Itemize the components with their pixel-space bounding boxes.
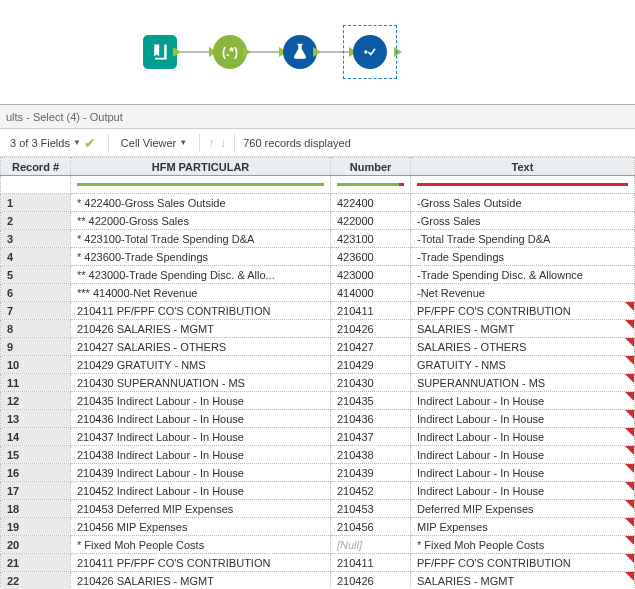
table-row[interactable]: 7210411 PF/FPF CO'S CONTRIBUTION210411 P… — [1, 302, 635, 320]
fields-label: 3 of 3 Fields — [10, 137, 70, 149]
cell-text: Deferred MIP Expenses — [411, 500, 635, 518]
table-row[interactable]: 11210430 SUPERANNUATION - MS210430 SUPER… — [1, 374, 635, 392]
cell-record: 14 — [1, 428, 71, 446]
table-row[interactable]: 10210429 GRATUITY - NMS210429 GRATUITY -… — [1, 356, 635, 374]
cell-text: Indirect Labour - In House — [411, 428, 635, 446]
cell-text: -Gross Sales — [411, 212, 635, 230]
cell-hfm: * 423600-Trade Spendings — [71, 248, 331, 266]
cell-record: 12 — [1, 392, 71, 410]
cell-number: 422400 — [331, 194, 411, 212]
sort-down-button[interactable]: ↓ — [220, 136, 226, 150]
divider — [199, 134, 200, 152]
table-row[interactable]: 2** 422000-Gross Sales422000-Gross Sales — [1, 212, 635, 230]
cell-hfm: * Fixed Moh People Costs — [71, 536, 331, 554]
cell-text: * Fixed Moh People Costs — [411, 536, 635, 554]
cell-number: 210427 — [331, 338, 411, 356]
cell-hfm: * 422400-Gross Sales Outside — [71, 194, 331, 212]
selection-indicator — [343, 25, 397, 79]
cell-number: 210411 — [331, 302, 411, 320]
table-row[interactable]: 18210453 Deferred MIP Expenses210453 Def… — [1, 500, 635, 518]
cell-hfm: 210427 SALARIES - OTHERS — [71, 338, 331, 356]
cell-number: 210426 — [331, 572, 411, 590]
cell-record: 17 — [1, 482, 71, 500]
cell-text: -Gross Sales Outside — [411, 194, 635, 212]
table-row[interactable]: 13210436 Indirect Labour - In House21043… — [1, 410, 635, 428]
table-row[interactable]: 19210456 MIP Expenses210456 MIP Expenses — [1, 518, 635, 536]
cell-text: PF/FPF CO'S CONTRIBUTION — [411, 554, 635, 572]
cell-text: SALARIES - OTHERS — [411, 338, 635, 356]
cell-number: 210429 — [331, 356, 411, 374]
cell-number: 423000 — [331, 266, 411, 284]
cell-text: SUPERANNUATION - MS — [411, 374, 635, 392]
cell-text: Indirect Labour - In House — [411, 482, 635, 500]
cell-hfm: 210438 Indirect Labour - In House — [71, 446, 331, 464]
cell-hfm: * 423100-Total Trade Spending D&A — [71, 230, 331, 248]
cell-number: 423100 — [331, 230, 411, 248]
cell-record: 6 — [1, 284, 71, 302]
col-header-number[interactable]: Number — [331, 158, 411, 176]
table-row[interactable]: 16210439 Indirect Labour - In House21043… — [1, 464, 635, 482]
table-row[interactable]: 3* 423100-Total Trade Spending D&A423100… — [1, 230, 635, 248]
cell-hfm: 210411 PF/FPF CO'S CONTRIBUTION — [71, 302, 331, 320]
cell-hfm: 210453 Deferred MIP Expenses — [71, 500, 331, 518]
cell-record: 7 — [1, 302, 71, 320]
cell-record: 15 — [1, 446, 71, 464]
cell-hfm: 210429 GRATUITY - NMS — [71, 356, 331, 374]
cell-text: GRATUITY - NMS — [411, 356, 635, 374]
col-header-hfm[interactable]: HFM PARTICULAR — [71, 158, 331, 176]
cell-record: 2 — [1, 212, 71, 230]
cell-hfm: 210430 SUPERANNUATION - MS — [71, 374, 331, 392]
chevron-down-icon: ▼ — [73, 138, 81, 147]
workflow-canvas[interactable]: (.*) — [0, 0, 635, 105]
col-header-text[interactable]: Text — [411, 158, 635, 176]
cell-text: -Trade Spending Disc. & Allownce — [411, 266, 635, 284]
cell-text: Indirect Labour - In House — [411, 446, 635, 464]
divider — [108, 134, 109, 152]
table-row[interactable]: 14210437 Indirect Labour - In House21043… — [1, 428, 635, 446]
cell-text: SALARIES - MGMT — [411, 320, 635, 338]
cell-hfm: 210435 Indirect Labour - In House — [71, 392, 331, 410]
table-row[interactable]: 15210438 Indirect Labour - In House21043… — [1, 446, 635, 464]
select-tool[interactable] — [350, 32, 390, 72]
table-row[interactable]: 1* 422400-Gross Sales Outside422400-Gros… — [1, 194, 635, 212]
table-row[interactable]: 8210426 SALARIES - MGMT210426 SALARIES -… — [1, 320, 635, 338]
table-row[interactable]: 20* Fixed Moh People Costs[Null]* Fixed … — [1, 536, 635, 554]
cell-text: -Net Revenue — [411, 284, 635, 302]
cell-record: 21 — [1, 554, 71, 572]
cell-record: 1 — [1, 194, 71, 212]
regex-icon: (.*) — [222, 45, 238, 59]
results-grid[interactable]: Record # HFM PARTICULAR Number Text 1* 4… — [0, 157, 635, 589]
table-row[interactable]: 12210435 Indirect Labour - In House21043… — [1, 392, 635, 410]
cell-hfm: ** 423000-Trade Spending Disc. & Allo... — [71, 266, 331, 284]
cell-hfm: *** 414000-Net Revenue — [71, 284, 331, 302]
cell-record: 10 — [1, 356, 71, 374]
cell-number: 210411 — [331, 554, 411, 572]
cell-text: PF/FPF CO'S CONTRIBUTION — [411, 302, 635, 320]
cell-text: -Total Trade Spending D&A — [411, 230, 635, 248]
cell-record: 3 — [1, 230, 71, 248]
cell-hfm: 210436 Indirect Labour - In House — [71, 410, 331, 428]
table-row[interactable]: 22210426 SALARIES - MGMT210426 SALARIES … — [1, 572, 635, 590]
cell-viewer-dropdown[interactable]: Cell Viewer ▼ — [117, 135, 191, 151]
cell-record: 19 — [1, 518, 71, 536]
sort-up-button[interactable]: ↑ — [208, 136, 214, 150]
results-toolbar: 3 of 3 Fields ▼ ✔ Cell Viewer ▼ ↑ ↓ 760 … — [0, 129, 635, 157]
cell-number: 422000 — [331, 212, 411, 230]
table-row[interactable]: 17210452 Indirect Labour - In House21045… — [1, 482, 635, 500]
col-header-record[interactable]: Record # — [1, 158, 71, 176]
cell-record: 16 — [1, 464, 71, 482]
records-count-label: 760 records displayed — [243, 137, 351, 149]
cell-hfm: 210411 PF/FPF CO'S CONTRIBUTION — [71, 554, 331, 572]
table-row[interactable]: 4* 423600-Trade Spendings423600-Trade Sp… — [1, 248, 635, 266]
cell-viewer-label: Cell Viewer — [121, 137, 176, 149]
cell-record: 18 — [1, 500, 71, 518]
table-row[interactable]: 9210427 SALARIES - OTHERS210427 SALARIES… — [1, 338, 635, 356]
table-row[interactable]: 6*** 414000-Net Revenue414000-Net Revenu… — [1, 284, 635, 302]
cell-record: 8 — [1, 320, 71, 338]
cell-number: 414000 — [331, 284, 411, 302]
table-row[interactable]: 21210411 PF/FPF CO'S CONTRIBUTION210411 … — [1, 554, 635, 572]
cell-record: 5 — [1, 266, 71, 284]
table-row[interactable]: 5** 423000-Trade Spending Disc. & Allo..… — [1, 266, 635, 284]
cell-hfm: ** 422000-Gross Sales — [71, 212, 331, 230]
fields-dropdown[interactable]: 3 of 3 Fields ▼ ✔ — [6, 133, 100, 153]
